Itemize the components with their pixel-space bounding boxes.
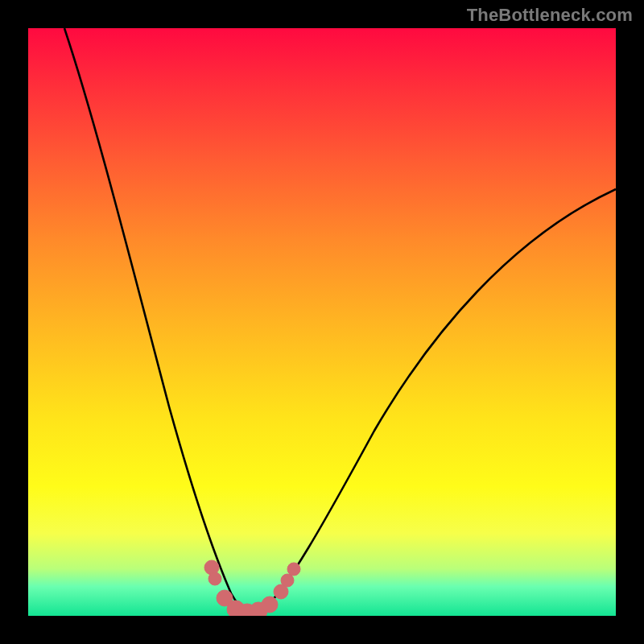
svg-point-9: [287, 563, 300, 576]
watermark-label: TheBottleneck.com: [467, 5, 633, 26]
svg-point-1: [208, 572, 221, 585]
marker-group: [204, 560, 300, 616]
svg-point-4: [238, 604, 256, 616]
svg-point-3: [227, 601, 245, 616]
plot-area: [28, 28, 616, 616]
svg-point-7: [274, 584, 288, 599]
svg-point-5: [250, 602, 267, 616]
chart-frame: TheBottleneck.com: [0, 0, 644, 644]
curve-path: [64, 28, 616, 612]
svg-point-2: [217, 590, 233, 606]
svg-point-6: [262, 597, 278, 613]
bottleneck-curve: [28, 28, 616, 616]
svg-point-8: [281, 574, 294, 587]
svg-point-0: [204, 560, 219, 575]
